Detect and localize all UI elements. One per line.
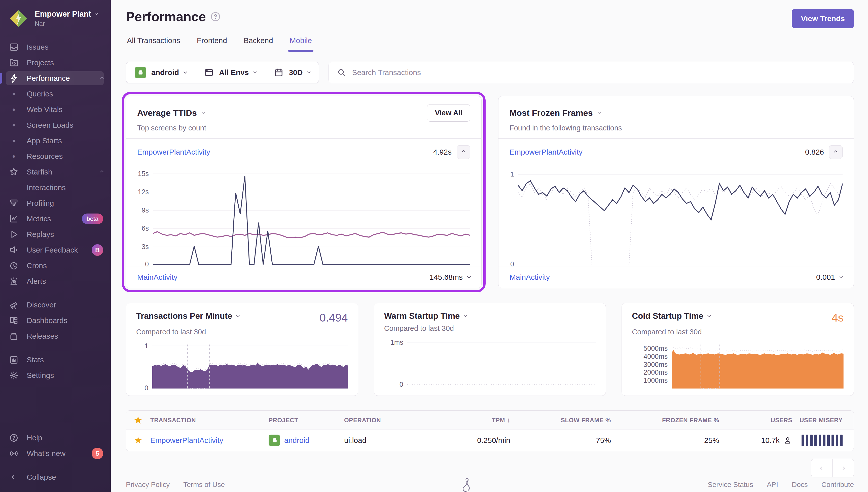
sidebar-item-stats[interactable]: Stats (0, 352, 111, 368)
previous-page-button[interactable] (811, 459, 833, 477)
tab-all-transactions[interactable]: All Transactions (126, 35, 181, 51)
column-header-project[interactable]: PROJECT (269, 417, 344, 424)
android-icon (135, 67, 146, 78)
sidebar-item-label: Crons (27, 261, 47, 270)
org-subtitle: Nar (35, 20, 98, 27)
terms-of-use-link[interactable]: Terms of Use (183, 481, 225, 489)
profiling-icon (8, 198, 19, 208)
cold-startup-chart: 5000ms4000ms3000ms2000ms1000ms (632, 344, 844, 389)
privacy-policy-link[interactable]: Privacy Policy (126, 481, 170, 489)
sidebar-item-label: Web Vitals (27, 105, 62, 114)
sidebar-item-web-vitals[interactable]: Web Vitals (0, 102, 111, 117)
sidebar-item-app-starts[interactable]: App Starts (0, 133, 111, 149)
project-link[interactable]: android (269, 435, 344, 446)
panel-title: Transactions Per Minute (136, 311, 232, 321)
project-filter[interactable]: android (126, 62, 195, 83)
sidebar-item-crons[interactable]: Crons (0, 258, 111, 273)
view-all-button[interactable]: View All (427, 104, 470, 122)
sidebar-item-starfish[interactable]: Starfish (0, 164, 111, 180)
chevron-down-icon[interactable] (236, 314, 240, 317)
chevron-right-icon (841, 466, 845, 470)
sidebar-item-projects[interactable]: Projects (0, 55, 111, 71)
help-tooltip-icon[interactable] (211, 12, 220, 21)
transaction-link[interactable]: EmpowerPlantActivity (150, 436, 269, 445)
sidebar-collapse-button[interactable]: Collapse (0, 469, 111, 485)
sidebar-item-alerts[interactable]: Alerts (0, 273, 111, 289)
bar-chart-icon (8, 355, 19, 365)
org-switcher[interactable]: Empower Plant Nar (0, 8, 111, 28)
frozen-frame-cell: 25% (611, 436, 719, 445)
collapse-row-button[interactable] (829, 145, 843, 159)
date-range-filter[interactable]: 30D (265, 62, 319, 83)
sidebar-item-label: Projects (27, 58, 54, 67)
sentry-logo-icon (460, 477, 473, 492)
sidebar-item-profiling[interactable]: Profiling (0, 195, 111, 211)
sidebar-item-dashboards[interactable]: Dashboards (0, 313, 111, 328)
column-header-tpm[interactable]: TPM (427, 416, 510, 424)
transaction-link[interactable]: EmpowerPlantActivity (510, 148, 583, 156)
android-icon (269, 435, 280, 446)
column-header-user-misery[interactable]: USER MISERY (792, 417, 854, 424)
sidebar-item-resources[interactable]: Resources (0, 149, 111, 164)
column-header-operation[interactable]: OPERATION (344, 417, 427, 424)
sidebar-item-releases[interactable]: Releases (0, 328, 111, 344)
sidebar-item-queries[interactable]: Queries (0, 86, 111, 102)
sidebar-item-issues[interactable]: Issues (0, 39, 111, 55)
tab-mobile[interactable]: Mobile (289, 35, 313, 51)
chevron-down-icon[interactable] (201, 110, 205, 114)
sidebar-item-label: Resources (27, 152, 63, 161)
chevron-down-icon (467, 275, 471, 278)
collapse-row-button[interactable] (457, 145, 470, 159)
chevron-down-icon[interactable] (464, 314, 467, 317)
next-page-button[interactable] (833, 459, 854, 477)
column-header-frozen-frame[interactable]: FROZEN FRAME % (611, 417, 719, 424)
panel-subtitle: Top screens by count (137, 124, 470, 132)
sidebar-item-discover[interactable]: Discover (0, 297, 111, 313)
sidebar-item-replays[interactable]: Replays (0, 227, 111, 242)
operation-cell: ui.load (344, 436, 427, 445)
chevron-down-icon (183, 70, 187, 74)
column-header-users[interactable]: USERS (719, 417, 792, 424)
chevron-up-icon (834, 150, 838, 154)
expand-row-button[interactable] (840, 276, 843, 278)
bullet-icon (8, 136, 19, 146)
panel-subtitle: Compared to last 30d (632, 328, 844, 336)
column-header-transaction[interactable]: TRANSACTION (150, 417, 269, 424)
panel-title: Warm Startup Time (384, 311, 460, 321)
bullet-icon (8, 89, 19, 99)
main-content: Performance View Trends All Transactions… (111, 0, 868, 492)
sidebar-item-whats-new[interactable]: What's new 5 (0, 446, 111, 461)
service-status-link[interactable]: Service Status (708, 481, 753, 489)
api-link[interactable]: API (767, 481, 778, 489)
user-misery-bars (792, 435, 854, 446)
chevron-down-icon[interactable] (597, 110, 601, 114)
sidebar-item-settings[interactable]: Settings (0, 368, 111, 383)
sidebar-item-screen-loads[interactable]: Screen Loads (0, 117, 111, 133)
sidebar-item-interactions[interactable]: Interactions (0, 180, 111, 195)
chevron-down-icon[interactable] (707, 314, 711, 317)
transaction-link[interactable]: MainActivity (137, 273, 177, 281)
star-toggle[interactable] (126, 435, 150, 446)
sidebar-item-help[interactable]: Help (0, 430, 111, 446)
transaction-link[interactable]: EmpowerPlantActivity (137, 148, 210, 156)
beta-badge: beta (82, 214, 103, 224)
view-trends-button[interactable]: View Trends (792, 9, 854, 28)
docs-link[interactable]: Docs (792, 481, 808, 489)
search-input[interactable] (352, 68, 846, 77)
environment-filter[interactable]: All Envs (195, 62, 265, 83)
tab-bar: All Transactions Frontend Backend Mobile (126, 35, 854, 51)
tab-backend[interactable]: Backend (243, 35, 274, 51)
sidebar-item-user-feedback[interactable]: User Feedback B (0, 242, 111, 258)
sidebar-item-metrics[interactable]: Metrics beta (0, 211, 111, 227)
metric-value: 0.494 (320, 311, 348, 324)
column-header-slow-frame[interactable]: SLOW FRAME % (510, 417, 611, 424)
sidebar-item-label: Alerts (27, 277, 46, 286)
contribute-link[interactable]: Contribute (821, 481, 854, 489)
sidebar-item-performance[interactable]: Performance (0, 71, 111, 86)
transaction-link[interactable]: MainActivity (510, 273, 550, 281)
tab-frontend[interactable]: Frontend (196, 35, 228, 51)
panel-subtitle: Compared to last 30d (384, 324, 596, 333)
expand-row-button[interactable] (468, 276, 470, 278)
chevron-down-icon (253, 70, 257, 74)
sidebar-item-label: Issues (27, 43, 49, 51)
